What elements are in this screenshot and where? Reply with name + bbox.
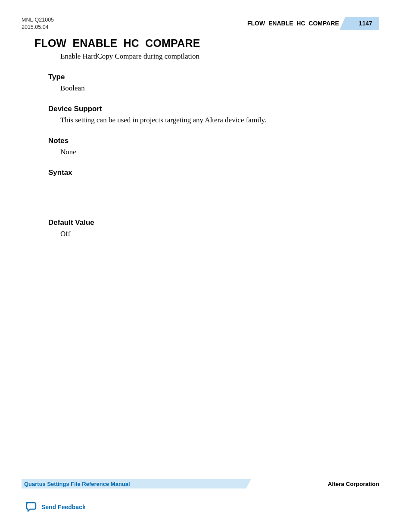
- syntax-empty-area: [34, 180, 379, 218]
- running-title: FLOW_ENABLE_HC_COMPARE: [247, 20, 339, 27]
- subhead-notes: Notes: [48, 137, 379, 145]
- body-type: Boolean: [60, 84, 379, 93]
- speech-bubble-icon: [25, 501, 37, 513]
- page-number-badge: 1147: [349, 19, 379, 27]
- header-right: FLOW_ENABLE_HC_COMPARE 1147: [247, 19, 379, 27]
- body-notes: None: [60, 148, 379, 156]
- manual-title-link[interactable]: Quartus Settings File Reference Manual: [22, 481, 130, 487]
- body-device-support: This setting can be used in projects tar…: [60, 116, 379, 124]
- company-name: Altera Corporation: [328, 481, 379, 487]
- send-feedback-label: Send Feedback: [41, 504, 86, 510]
- subhead-device-support: Device Support: [48, 105, 379, 113]
- page-title: FLOW_ENABLE_HC_COMPARE: [34, 37, 379, 50]
- intro-text: Enable HardCopy Compare during compilati…: [60, 52, 379, 61]
- doc-id: MNL-Q21005: [22, 16, 54, 24]
- header-meta: MNL-Q21005 2015.05.04: [22, 16, 54, 31]
- footer-band: Quartus Settings File Reference Manual A…: [22, 479, 379, 488]
- body-default-value: Off: [60, 230, 379, 238]
- subhead-type: Type: [48, 73, 379, 81]
- subhead-syntax: Syntax: [48, 168, 379, 177]
- doc-date: 2015.05.04: [22, 24, 54, 31]
- send-feedback-link[interactable]: Send Feedback: [25, 501, 86, 513]
- main-content: FLOW_ENABLE_HC_COMPARE Enable HardCopy C…: [34, 37, 379, 250]
- page-number: 1147: [349, 17, 379, 30]
- subhead-default-value: Default Value: [48, 218, 379, 227]
